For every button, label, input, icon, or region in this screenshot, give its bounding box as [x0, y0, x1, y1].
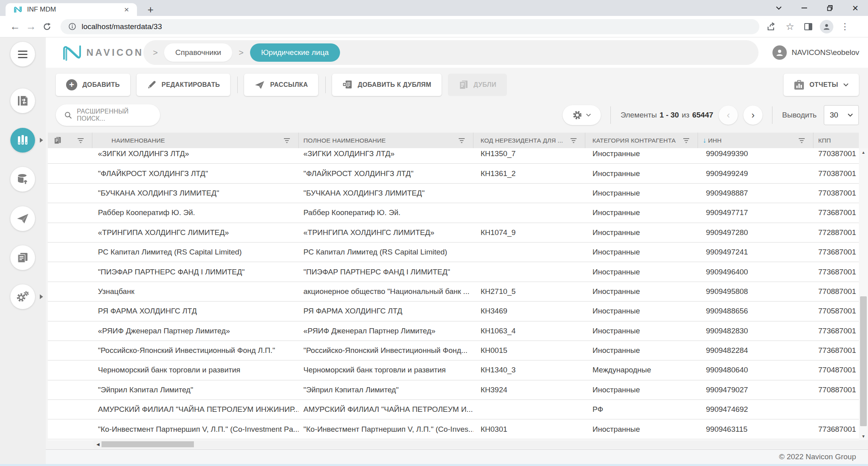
navicon-logo-text: NAVICON [86, 47, 144, 58]
column-header-name[interactable]: НАИМЕНОВАНИЕ [92, 133, 299, 148]
sidebar-item-mailing[interactable] [10, 206, 35, 231]
table-row[interactable]: "Российско-Японский Инвестиционный Фонд … [48, 341, 859, 360]
breadcrumb-item-directories[interactable]: Справочники [164, 43, 232, 62]
reload-icon[interactable] [39, 19, 55, 35]
sidebar-expand-arrow-icon[interactable] [40, 138, 43, 143]
table-row[interactable]: «ЗИГКИ ХОЛДИНГЗ ЛТД» «ЗИГКИ ХОЛДИНГЗ ЛТД… [48, 148, 859, 164]
page-size-select[interactable]: 30 [824, 105, 859, 125]
cell-rowtools [48, 262, 92, 281]
scroll-left-icon[interactable]: ◀ [94, 442, 102, 446]
column-header-inn[interactable]: ↓ ИНН [698, 133, 813, 148]
edit-button[interactable]: РЕДАКТИРОВАТЬ [137, 74, 231, 96]
table-row[interactable]: РЯ ФАРМА ХОЛДИНГС ЛТД РЯ ФАРМА ХОЛДИНГС … [48, 302, 859, 321]
document-plus-icon [342, 80, 352, 90]
table-row[interactable]: «РЯИФ Дженерал Партнер Лимитед» «РЯИФ Дж… [48, 321, 859, 341]
cell-rowtools [48, 341, 92, 360]
window-menu-chevron-icon[interactable] [766, 0, 792, 16]
sidebar-item-settings[interactable] [10, 284, 35, 309]
window-close-button[interactable]: × [843, 0, 868, 16]
filter-icon[interactable] [570, 138, 577, 143]
table-row[interactable]: "БУЧКАНА ХОЛДИНГЗ ЛИМИТЕД" "БУЧКАНА ХОЛД… [48, 184, 859, 203]
table-row[interactable]: Узнацбанк акционерное общество "Национал… [48, 282, 859, 302]
url-field[interactable]: localhost/masterdata/33 [61, 19, 759, 34]
table-row[interactable]: Черноморский банк торговли и развития Че… [48, 360, 859, 380]
user-chip[interactable]: NAVICONS\eobelov [772, 45, 859, 60]
mailing-button[interactable]: РАССЫЛКА [244, 74, 318, 96]
browser-tab[interactable]: INF MDM × [6, 3, 137, 16]
site-info-icon[interactable] [68, 23, 76, 30]
page-size-label: Выводить [782, 111, 817, 119]
new-tab-button[interactable]: + [144, 3, 157, 16]
vertical-scrollbar-thumb[interactable] [860, 296, 867, 426]
table-row[interactable]: Раббер Кооператиф Ю. Эй. Раббер Кооперат… [48, 203, 859, 223]
forward-icon[interactable]: → [23, 19, 39, 35]
grid-settings-button[interactable] [563, 105, 601, 125]
table-row[interactable]: "ПИЭФАР ПАРТНЕРС ФАНД I ЛИМИТЕД" "ПИЭФАР… [48, 262, 859, 282]
prev-page-button[interactable]: ‹ [719, 106, 738, 125]
table-row[interactable]: АМУРСКИЙ ФИЛИАЛ "ЧАЙНА ПЕТРОЛЕУМ ИНЖИНИР… [48, 400, 859, 419]
menu-hamburger-button[interactable] [10, 42, 35, 67]
cell-inn: 9909474692 [698, 400, 813, 419]
filter-icon[interactable] [283, 138, 290, 143]
add-to-duplicates-button[interactable]: ДОБАВИТЬ К ДУБЛЯМ [332, 74, 442, 96]
cell-nonresident-code [473, 243, 585, 262]
window-minimize-button[interactable] [792, 0, 817, 16]
cell-nonresident-code: КН3469 [473, 302, 585, 321]
cell-kpp [813, 400, 859, 419]
advanced-search-input[interactable]: РАСШИРЕННЫЙ ПОИСК... [56, 104, 160, 126]
horizontal-scrollbar[interactable]: ◀ ▶ [94, 440, 868, 448]
table-row[interactable]: "Ко-Инвестмент Партнершип V, Л.П." (Co-I… [48, 419, 859, 439]
cell-rowtools [48, 321, 92, 341]
table-row[interactable]: «ТРИНГИПА ХОЛДИНГС ЛИМИТЕД» «ТРИНГИПА ХО… [48, 223, 859, 243]
duplicates-button[interactable]: ДУБЛИ [448, 74, 506, 96]
browser-menu-icon[interactable]: ⋮ [837, 19, 852, 34]
column-header-rowtools[interactable] [48, 133, 92, 148]
back-icon[interactable]: ← [7, 19, 23, 35]
breadcrumb-item-legal-entities[interactable]: Юридические лица [250, 43, 340, 62]
sort-desc-icon[interactable]: ↓ [703, 136, 706, 145]
filter-icon[interactable] [77, 138, 84, 143]
filter-icon[interactable] [798, 138, 805, 143]
profile-avatar-icon[interactable] [819, 19, 834, 34]
table-row[interactable]: РС Капитал Лимитед (RS Capital Limited) … [48, 243, 859, 262]
cell-name: «ТРИНГИПА ХОЛДИНГС ЛИМИТЕД» [92, 223, 299, 242]
sidebar-settings-expand-arrow-icon[interactable] [40, 294, 43, 299]
scroll-down-icon[interactable]: ▼ [859, 432, 868, 440]
bookmark-star-icon[interactable]: ☆ [782, 19, 798, 34]
filter-icon[interactable] [683, 138, 690, 143]
cell-category: Иностранные [585, 380, 698, 399]
side-panel-icon[interactable] [801, 19, 816, 34]
share-icon[interactable] [764, 19, 779, 34]
window-restore-button[interactable] [817, 0, 843, 16]
cell-rowtools [48, 282, 92, 301]
column-header-kpp[interactable]: КПП [813, 133, 859, 148]
cell-name: "ПИЭФАР ПАРТНЕРС ФАНД I ЛИМИТЕД" [92, 262, 299, 281]
document-transfer-icon [17, 95, 29, 106]
cell-name: РЯ ФАРМА ХОЛДИНГС ЛТД [92, 302, 299, 321]
scroll-up-icon[interactable]: ▲ [859, 148, 868, 156]
cell-category: Иностранные [585, 262, 698, 281]
column-header-nonresident-code[interactable]: КОД НЕРЕЗИДЕНТА ДЛЯ ... [473, 133, 585, 148]
cell-kpp: 773687001 [813, 243, 859, 262]
horizontal-scrollbar-thumb[interactable] [102, 441, 194, 447]
table-row[interactable]: "ФЛАЙКРОСТ ХОЛДИНГЗ ЛТД" "ФЛАЙКРОСТ ХОЛД… [48, 164, 859, 183]
cell-inn: 9909482284 [698, 341, 813, 360]
chevron-down-icon [843, 83, 848, 86]
next-page-button[interactable]: › [743, 106, 762, 125]
reports-button[interactable]: ОТЧЕТЫ [784, 74, 859, 96]
column-header-category[interactable]: КАТЕГОРИЯ КОНТРАГЕНТА [585, 133, 698, 148]
sidebar-item-import[interactable] [10, 88, 35, 113]
tab-close-icon[interactable]: × [122, 5, 131, 14]
cell-name: "ФЛАЙКРОСТ ХОЛДИНГЗ ЛТД" [92, 164, 299, 183]
add-button[interactable]: + ДОБАВИТЬ [56, 74, 130, 96]
report-chart-icon [794, 80, 804, 90]
table-row[interactable]: "Эйприл Кэпитал Лимитед" "Эйприл Кэпитал… [48, 380, 859, 400]
items-range: 1 - 30 [660, 111, 679, 119]
column-header-full-name[interactable]: ПОЛНОЕ НАИМЕНОВАНИЕ [299, 133, 473, 148]
cell-inn: 9909498887 [698, 184, 813, 203]
sidebar-item-data-upload[interactable] [10, 167, 35, 192]
sidebar-item-documents[interactable] [10, 245, 35, 270]
sidebar-item-directories[interactable] [10, 128, 35, 153]
filter-icon[interactable] [458, 138, 465, 143]
vertical-scrollbar[interactable]: ▲ ▼ [859, 148, 868, 440]
